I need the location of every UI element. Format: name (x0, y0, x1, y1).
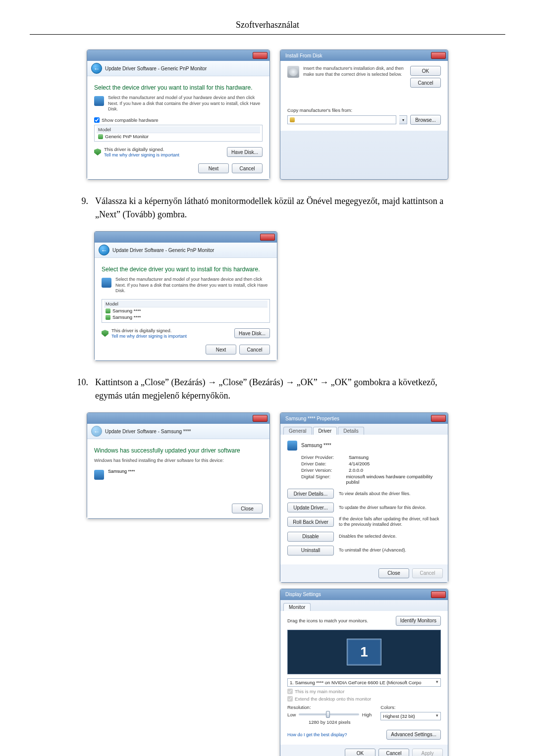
cancel-button[interactable]: Cancel (239, 345, 270, 354)
cancel-button[interactable]: Cancel (410, 78, 441, 88)
list-item[interactable]: Generic PnP Monitor (97, 133, 260, 140)
driver-details-button[interactable]: Driver Details... (287, 489, 334, 499)
list-item[interactable]: Samsung **** (104, 314, 268, 320)
disable-desc: Disables the selected device. (339, 534, 441, 539)
dialog-title: Install From Disk (282, 53, 431, 58)
uninstall-button[interactable]: Uninstall (287, 546, 334, 555)
page-content: ← Update Driver Software - Generic PnP M… (30, 50, 505, 756)
dialog-title: Samsung **** Properties (282, 416, 431, 421)
disable-button[interactable]: Disable (287, 532, 334, 542)
folder-icon (290, 117, 295, 122)
chip-icon (102, 278, 111, 288)
close-icon[interactable] (431, 591, 446, 598)
colors-label: Colors: (380, 705, 441, 710)
signed-text: This driver is digitally signed. (104, 147, 179, 152)
breadcrumb-row: ← Update Driver Software - Generic PnP M… (95, 243, 277, 258)
figure-row-1: ← Update Driver Software - Generic PnP M… (74, 50, 461, 180)
close-icon[interactable] (431, 52, 446, 59)
ok-button[interactable]: OK (410, 66, 441, 76)
list-header: Model (104, 301, 268, 307)
tab-monitor[interactable]: Monitor (283, 603, 311, 611)
list-item[interactable]: Samsung **** (104, 307, 268, 314)
tab-details[interactable]: Details (338, 427, 364, 435)
checkbox-label: Show compatible hardware (102, 117, 159, 123)
disk-icon (287, 66, 299, 78)
monitor-select-dropdown[interactable]: 1. Samsung **** on NVIDIA GeForce 6600 L… (287, 678, 441, 687)
model-listbox[interactable]: Model Samsung **** Samsung **** (102, 299, 270, 323)
resolution-slider[interactable] (299, 713, 359, 715)
dialog-update-done: ← Update Driver Software - Samsung **** … (87, 412, 270, 519)
close-button[interactable]: Close (378, 568, 409, 578)
titlebar: Display Settings (280, 589, 448, 600)
best-display-link[interactable]: How do I get the best display? (287, 732, 347, 737)
dropdown-arrow-icon[interactable]: ▾ (399, 115, 407, 124)
value-signer: microsoft windows hardware compatibility… (346, 474, 441, 485)
step-number: 10. (74, 376, 88, 403)
close-icon[interactable] (431, 415, 446, 422)
dialog-hint: Insert the manufacturer's installation d… (303, 66, 406, 77)
apply-button: Apply (412, 749, 443, 756)
signing-info-link[interactable]: Tell me why driver signing is important (104, 152, 179, 157)
checkbox-icon[interactable] (94, 117, 100, 123)
browse-button[interactable]: Browse... (410, 115, 441, 125)
slider-thumb-icon[interactable] (326, 711, 330, 718)
checkbox-label: Extend the desktop onto this monitor (295, 696, 371, 702)
update-driver-button[interactable]: Update Driver... (287, 503, 334, 512)
checkbox-label: This is my main monitor (295, 689, 344, 694)
cancel-button: Cancel (412, 568, 443, 578)
signing-info-link[interactable]: Tell me why driver signing is important (111, 334, 187, 339)
close-icon[interactable] (253, 415, 268, 422)
label-date: Driver Date: (301, 461, 346, 466)
have-disk-button[interactable]: Have Disk... (227, 147, 263, 157)
cancel-button[interactable]: Cancel (378, 749, 409, 756)
cancel-button[interactable]: Cancel (232, 163, 263, 173)
copy-from-label: Copy manufacturer's files from: (287, 107, 441, 113)
titlebar (95, 232, 277, 243)
dialog-monitor-properties: Samsung **** Properties General Driver D… (280, 412, 448, 583)
driver-icon (98, 134, 103, 139)
dialog-heading: Windows has successfully updated your dr… (94, 447, 263, 454)
resolution-label: Resolution: (287, 705, 372, 710)
tab-driver[interactable]: Driver (313, 427, 337, 435)
next-button[interactable]: Next (206, 345, 236, 354)
advanced-settings-button[interactable]: Advanced Settings... (386, 730, 441, 740)
breadcrumb: Update Driver Software - Samsung **** (105, 429, 191, 434)
dialog-update-driver-1: ← Update Driver Software - Generic PnP M… (87, 50, 270, 180)
back-arrow-icon[interactable]: ← (91, 63, 102, 74)
rollback-driver-desc: If the device fails after updating the d… (339, 516, 441, 528)
next-button[interactable]: Next (198, 163, 229, 173)
colors-dropdown[interactable]: Highest (32 bit) (380, 712, 441, 720)
slider-high-label: High (362, 712, 372, 717)
update-driver-desc: To update the driver software for this d… (339, 505, 441, 510)
ok-button[interactable]: OK (345, 749, 375, 756)
resolution-value: 1280 by 1024 pixels (287, 719, 372, 725)
dialog-heading: Select the device driver you want to ins… (94, 84, 263, 91)
monitor-1-icon[interactable]: 1 (347, 639, 381, 665)
have-disk-button[interactable]: Have Disk... (234, 328, 270, 338)
label-provider: Driver Provider: (301, 454, 346, 460)
close-icon[interactable] (260, 234, 275, 241)
figure-column-right: Samsung **** Properties General Driver D… (280, 412, 448, 756)
step-number: 9. (74, 195, 88, 221)
slider-low-label: Low (287, 712, 296, 717)
path-field[interactable] (287, 115, 396, 124)
close-button[interactable]: Close (232, 504, 263, 513)
titlebar: Install From Disk (280, 50, 448, 61)
back-arrow-icon[interactable]: ← (99, 245, 109, 255)
breadcrumb-row: ← Update Driver Software - Samsung **** (87, 424, 269, 439)
extend-desktop-checkbox: Extend the desktop onto this monitor (287, 696, 441, 702)
step-9: 9. Válassza ki a képernyőn látható monit… (74, 195, 461, 221)
monitor-preview-area[interactable]: 1 (287, 630, 441, 674)
driver-details-desc: To view details about the driver files. (339, 491, 441, 497)
identify-monitors-button[interactable]: Identify Monitors (396, 616, 441, 626)
show-compatible-checkbox[interactable]: Show compatible hardware (94, 117, 263, 123)
dialog-heading: Select the device driver you want to ins… (102, 266, 270, 273)
label-version: Driver Version: (301, 467, 346, 473)
rollback-driver-button[interactable]: Roll Back Driver (287, 517, 334, 527)
list-item-label: Samsung **** (112, 314, 141, 320)
dialog-sub: Windows has finished installing the driv… (94, 458, 263, 464)
model-listbox[interactable]: Model Generic PnP Monitor (94, 125, 263, 142)
close-icon[interactable] (253, 52, 268, 59)
dialog-hint: Select the manufacturer and model of you… (108, 95, 263, 112)
tab-general[interactable]: General (283, 427, 312, 435)
